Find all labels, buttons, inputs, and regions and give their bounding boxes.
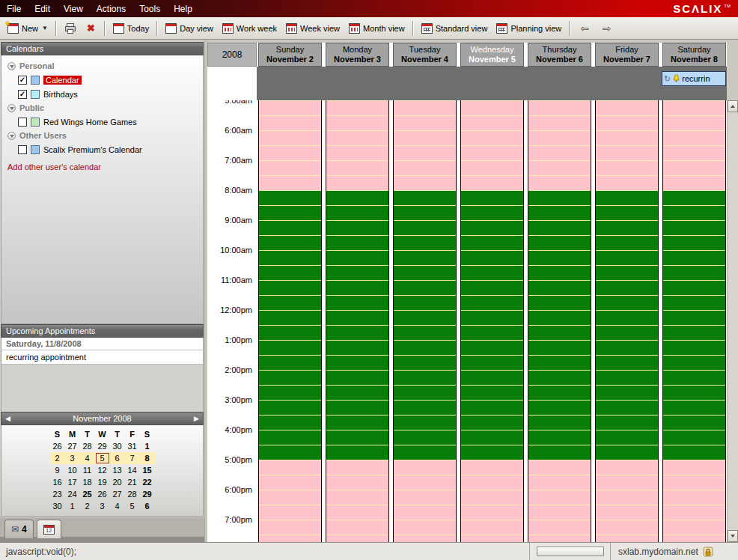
mini-calendar-day[interactable]: 28 (80, 440, 95, 452)
add-other-users-calendar-link[interactable]: Add other user's calendar (1, 156, 101, 171)
mini-calendar-day[interactable]: 6 (110, 452, 125, 464)
month-view-button[interactable]: Month view (344, 21, 409, 36)
mini-calendar-day[interactable]: 20 (110, 476, 125, 488)
day-column-wednesday[interactable] (460, 100, 524, 542)
mini-calendar-day[interactable]: 12 (95, 464, 110, 476)
mini-calendar-day[interactable]: 17 (65, 476, 80, 488)
mini-calendar-day[interactable]: 26 (95, 488, 110, 500)
all-day-event-recurring[interactable]: ↻ recurrin (662, 71, 726, 86)
mini-calendar-day[interactable]: 2 (50, 452, 65, 464)
calendar-item-calendar[interactable]: Calendar (1, 73, 203, 87)
mini-calendar-day[interactable]: 22 (140, 476, 155, 488)
mini-calendar-day[interactable]: 30 (110, 440, 125, 452)
day-header-sunday[interactable]: SundayNovember 2 (258, 43, 322, 67)
planning-view-button[interactable]: Planning view (492, 21, 566, 36)
previous-month-arrow[interactable]: ◀ (5, 415, 10, 422)
mini-calendar-day[interactable]: 31 (125, 440, 140, 452)
mini-calendar-day[interactable]: 5 (125, 500, 140, 512)
week-view-button[interactable]: Week view (281, 21, 344, 36)
menu-item-view[interactable]: View (57, 4, 90, 14)
menu-item-help[interactable]: Help (167, 4, 199, 14)
mini-calendar-day[interactable]: 4 (110, 500, 125, 512)
menu-item-edit[interactable]: Edit (28, 4, 57, 14)
day-column-tuesday[interactable] (393, 100, 457, 542)
menu-item-actions[interactable]: Actions (90, 4, 132, 14)
mini-calendar-day[interactable]: 8 (140, 452, 155, 464)
back-arrow-icon: ⇦ (578, 22, 591, 34)
day-view-button[interactable]: Day view (161, 21, 218, 36)
mini-calendar-day[interactable]: 16 (50, 476, 65, 488)
day-header-thursday[interactable]: ThursdayNovember 6 (528, 43, 591, 67)
day-column-friday[interactable] (595, 100, 659, 542)
mini-calendar-day[interactable]: 3 (95, 500, 110, 512)
back-button[interactable]: ⇦ (573, 20, 596, 37)
mini-calendar-day[interactable]: 29 (140, 488, 155, 500)
mini-calendar-day[interactable]: 18 (80, 476, 95, 488)
all-day-events-area[interactable]: ↻ recurrin (257, 67, 727, 100)
mini-calendar-day[interactable]: 27 (65, 440, 80, 452)
mini-calendar-day[interactable]: 7 (125, 452, 140, 464)
mini-calendar-day[interactable]: 14 (125, 464, 140, 476)
today-button[interactable]: Today (109, 21, 153, 36)
birthdays-checkbox-checked[interactable] (18, 90, 27, 99)
day-column-sunday[interactable] (258, 100, 322, 542)
calendar-group-personal[interactable]: Personal (1, 59, 203, 73)
mini-calendar-day[interactable]: 19 (95, 476, 110, 488)
calendar-group-other-users[interactable]: Other Users (1, 129, 203, 142)
calendar-item-red-wings[interactable]: Red Wings Home Games (1, 115, 203, 129)
new-dropdown-arrow-icon[interactable]: ▼ (42, 25, 48, 31)
forward-button[interactable]: ⇨ (596, 20, 618, 37)
mini-calendar-day[interactable]: 29 (95, 440, 110, 452)
day-header-friday[interactable]: FridayNovember 7 (595, 43, 659, 67)
mini-calendar-day[interactable]: 9 (50, 464, 65, 476)
mini-calendar-day[interactable]: 23 (50, 488, 65, 500)
standard-view-button[interactable]: Standard view (417, 21, 492, 36)
work-week-button[interactable]: Work week (218, 21, 281, 36)
mini-calendar-body: SMTWTFS262728293031123456789101112131415… (1, 425, 204, 517)
day-column-saturday[interactable] (662, 100, 726, 542)
mini-calendar-day[interactable]: 26 (50, 440, 65, 452)
menu-item-tools[interactable]: Tools (132, 4, 167, 14)
mini-calendar-day[interactable]: 15 (140, 464, 155, 476)
red-wings-checkbox-unchecked[interactable] (18, 118, 27, 127)
calendar-group-public[interactable]: Public (1, 101, 203, 115)
mini-calendar-day[interactable]: 1 (140, 440, 155, 452)
mini-calendar-day[interactable]: 3 (65, 452, 80, 464)
scroll-down-button[interactable] (728, 530, 738, 542)
mini-calendar-day-today[interactable]: 5 (95, 452, 110, 464)
mini-calendar-day[interactable]: 11 (80, 464, 95, 476)
print-button[interactable] (60, 20, 81, 37)
menu-item-file[interactable]: File (0, 4, 28, 14)
vertical-scrollbar[interactable] (727, 100, 738, 542)
mini-calendar-day[interactable]: 10 (65, 464, 80, 476)
new-button[interactable]: ★ New ▼ (3, 21, 52, 36)
time-gutter: 5:00am6:00am7:00am8:00am9:00am10:00am11:… (207, 100, 257, 542)
tab-calendar[interactable]: 12 (37, 520, 61, 538)
scroll-up-button[interactable] (728, 100, 738, 112)
tab-mail[interactable]: ✉ 4 (4, 520, 34, 538)
day-header-monday[interactable]: MondayNovember 3 (326, 43, 389, 67)
upcoming-appointment-item[interactable]: recurring appointment (1, 350, 204, 365)
mini-calendar-day[interactable]: 27 (110, 488, 125, 500)
delete-button[interactable]: ✖ (81, 20, 101, 36)
day-column-monday[interactable] (326, 100, 389, 542)
next-month-arrow[interactable]: ▶ (194, 415, 199, 422)
calendar-checkbox-checked[interactable] (18, 76, 27, 85)
scalix-premium-checkbox-unchecked[interactable] (18, 145, 27, 154)
mini-calendar-day[interactable]: 4 (80, 452, 95, 464)
mini-calendar-day[interactable]: 1 (65, 500, 80, 512)
day-header-wednesday[interactable]: WednesdayNovember 5 (460, 43, 524, 67)
mini-calendar-day[interactable]: 25 (80, 488, 95, 500)
calendar-item-birthdays[interactable]: Birthdays (1, 87, 203, 101)
mini-calendar-day[interactable]: 6 (140, 500, 155, 512)
mini-calendar-day[interactable]: 30 (50, 500, 65, 512)
mini-calendar-day[interactable]: 24 (65, 488, 80, 500)
mini-calendar-day[interactable]: 28 (125, 488, 140, 500)
day-header-saturday[interactable]: SaturdayNovember 8 (662, 43, 726, 67)
mini-calendar-day[interactable]: 2 (80, 500, 95, 512)
mini-calendar-day[interactable]: 21 (125, 476, 140, 488)
mini-calendar-day[interactable]: 13 (110, 464, 125, 476)
day-column-thursday[interactable] (528, 100, 591, 542)
day-header-tuesday[interactable]: TuesdayNovember 4 (393, 43, 457, 67)
calendar-item-scalix-premium[interactable]: Scalix Premium's Calendar (1, 142, 203, 156)
